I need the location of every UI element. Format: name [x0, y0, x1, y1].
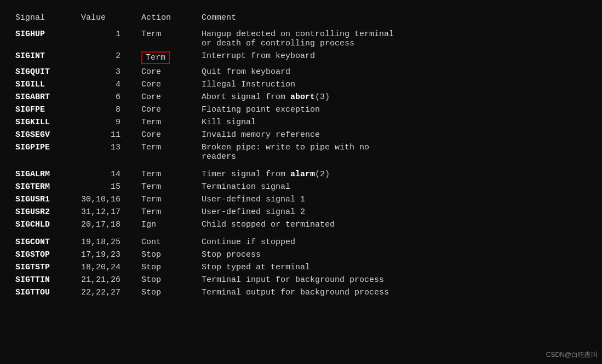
- signal-name: SIGALRM: [15, 170, 50, 179]
- action-cell: Core: [137, 78, 197, 91]
- table-row: SIGSEGV11CoreInvalid memory reference: [11, 129, 591, 141]
- signal-name: SIGSTOP: [15, 250, 50, 259]
- watermark: CSDN@白吃夜叫: [546, 350, 598, 360]
- table-header-row: Signal Value Action Comment: [11, 11, 591, 28]
- signal-cell: SIGCHLD: [11, 218, 77, 231]
- comment-cell: Timer signal from alarm(2): [197, 163, 591, 181]
- signal-cell: SIGQUIT: [11, 66, 77, 78]
- highlighted-action: Term: [141, 51, 170, 64]
- comment-cell: Interrupt from keyboard: [197, 50, 591, 66]
- table-row: SIGCONT19,18,25ContContinue if stopped: [11, 231, 591, 249]
- comment-cell: Terminal output for background process: [197, 286, 591, 299]
- signal-name: SIGUSR1: [15, 195, 50, 204]
- table-row: SIGABRT6CoreAbort signal from abort(3): [11, 91, 591, 103]
- signal-cell: SIGTSTP: [11, 261, 77, 274]
- signal-cell: SIGSTOP: [11, 249, 77, 261]
- value-cell: 2: [77, 50, 137, 66]
- value-cell: 1: [77, 28, 137, 50]
- value-cell: 18,20,24: [77, 261, 137, 274]
- action-cell: Core: [137, 129, 197, 141]
- signal-cell: SIGUSR2: [11, 206, 77, 218]
- signal-name: SIGTSTP: [15, 263, 50, 272]
- action-cell: Term: [137, 206, 197, 218]
- col-comment: Comment: [197, 11, 591, 28]
- value-cell: 13: [77, 141, 137, 163]
- signal-cell: SIGSEGV: [11, 129, 77, 141]
- value-cell: 19,18,25: [77, 231, 137, 249]
- signal-name: SIGKILL: [15, 118, 50, 127]
- signal-name: SIGCHLD: [15, 220, 50, 229]
- value-cell: 15: [77, 181, 137, 193]
- comment-cell: Child stopped or terminated: [197, 218, 591, 231]
- comment-cell: Kill signal: [197, 116, 591, 129]
- signal-name: SIGFPE: [15, 105, 45, 114]
- comment-cell: Floating point exception: [197, 103, 591, 116]
- comment-cell: User-defined signal 1: [197, 193, 591, 206]
- comment-cell: Quit from keyboard: [197, 66, 591, 78]
- value-cell: 9: [77, 116, 137, 129]
- value-cell: 4: [77, 78, 137, 91]
- signal-name: SIGTERM: [15, 182, 50, 192]
- col-action: Action: [137, 11, 197, 28]
- col-signal: Signal: [11, 11, 77, 28]
- value-cell: 20,17,18: [77, 218, 137, 231]
- signal-cell: SIGTTOU: [11, 286, 77, 299]
- value-cell: 14: [77, 163, 137, 181]
- signal-cell: SIGABRT: [11, 91, 77, 103]
- value-cell: 30,10,16: [77, 193, 137, 206]
- action-cell: Stop: [137, 249, 197, 261]
- table-row: SIGSTOP17,19,23StopStop process: [11, 249, 591, 261]
- signal-cell: SIGFPE: [11, 103, 77, 116]
- signal-cell: SIGPIPE: [11, 141, 77, 163]
- table-row: SIGPIPE13TermBroken pipe: write to pipe …: [11, 141, 591, 163]
- signal-cell: SIGALRM: [11, 163, 77, 181]
- col-value: Value: [77, 11, 137, 28]
- signals-table: Signal Value Action Comment SIGHUP1TermH…: [11, 11, 591, 299]
- action-cell: Ign: [137, 218, 197, 231]
- comment-cell: Stop typed at terminal: [197, 261, 591, 274]
- table-row: SIGTTOU22,22,27StopTerminal output for b…: [11, 286, 591, 299]
- action-cell: Term: [137, 50, 197, 66]
- signal-cell: SIGCONT: [11, 231, 77, 249]
- signal-cell: SIGINT: [11, 50, 77, 66]
- action-cell: Term: [137, 116, 197, 129]
- signal-name: SIGABRT: [15, 93, 50, 102]
- value-cell: 11: [77, 129, 137, 141]
- signal-cell: SIGHUP: [11, 28, 77, 50]
- action-cell: Core: [137, 66, 197, 78]
- signal-name: SIGCONT: [15, 238, 50, 247]
- comment-cell: Continue if stopped: [197, 231, 591, 249]
- signal-name: SIGPIPE: [15, 143, 50, 152]
- signal-name: SIGILL: [15, 80, 45, 89]
- comment-cell: Terminal input for background process: [197, 274, 591, 286]
- value-cell: 8: [77, 103, 137, 116]
- signal-name: SIGQUIT: [15, 67, 50, 77]
- value-cell: 31,12,17: [77, 206, 137, 218]
- action-cell: Cont: [137, 231, 197, 249]
- signal-cell: SIGILL: [11, 78, 77, 91]
- value-cell: 22,22,27: [77, 286, 137, 299]
- main-container: Signal Value Action Comment SIGHUP1TermH…: [0, 5, 602, 304]
- comment-cell: Termination signal: [197, 181, 591, 193]
- action-cell: Stop: [137, 274, 197, 286]
- table-row: SIGHUP1TermHangup detected on controllin…: [11, 28, 591, 50]
- action-cell: Term: [137, 193, 197, 206]
- signal-cell: SIGKILL: [11, 116, 77, 129]
- signal-name: SIGUSR2: [15, 207, 50, 217]
- table-row: SIGTSTP18,20,24StopStop typed at termina…: [11, 261, 591, 274]
- signal-cell: SIGUSR1: [11, 193, 77, 206]
- table-row: SIGILL4CoreIllegal Instruction: [11, 78, 591, 91]
- action-cell: Core: [137, 103, 197, 116]
- action-cell: Stop: [137, 286, 197, 299]
- signal-cell: SIGTTIN: [11, 274, 77, 286]
- table-row: SIGUSR130,10,16TermUser-defined signal 1: [11, 193, 591, 206]
- value-cell: 21,21,26: [77, 274, 137, 286]
- value-cell: 17,19,23: [77, 249, 137, 261]
- table-row: SIGQUIT3CoreQuit from keyboard: [11, 66, 591, 78]
- table-row: SIGTERM15TermTermination signal: [11, 181, 591, 193]
- action-cell: Term: [137, 28, 197, 50]
- action-cell: Term: [137, 181, 197, 193]
- table-row: SIGFPE8CoreFloating point exception: [11, 103, 591, 116]
- signal-cell: SIGTERM: [11, 181, 77, 193]
- signal-name: SIGTTOU: [15, 288, 50, 297]
